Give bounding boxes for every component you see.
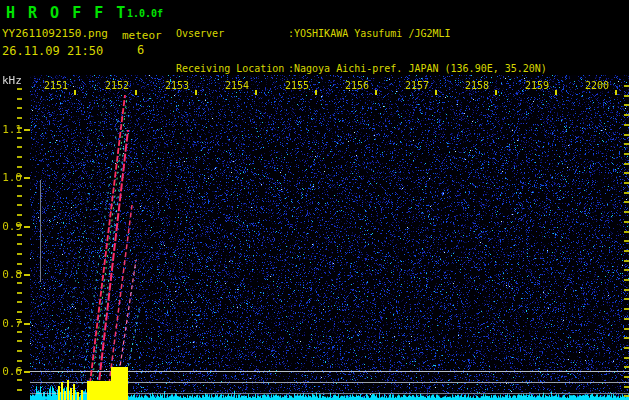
tick-dash	[24, 274, 30, 276]
info-label: Ovserver	[176, 28, 288, 40]
hrofft-screen: H R O F F T 1.0.0f YY2611092150.png mete…	[0, 0, 629, 400]
tick-dash	[24, 129, 30, 131]
time-tick-label: 2154	[221, 80, 253, 91]
tick-dash	[24, 177, 30, 179]
tick-dash	[24, 226, 30, 228]
freq-tick-label: 0.8	[0, 269, 22, 281]
info-value: :YOSHIKAWA Yasufumi /JG2MLI	[288, 28, 451, 39]
time-tick-label: 2200	[581, 80, 613, 91]
tick-mark	[615, 90, 617, 95]
echo-trace	[67, 170, 102, 400]
tick-dash	[24, 371, 30, 373]
tick-mark	[435, 90, 437, 95]
observation-datetime: 26.11.09 21:50	[2, 44, 103, 58]
app-version: 1.0.0f	[127, 8, 163, 19]
echo-trace	[122, 305, 140, 400]
freq-minor-ticks-right	[624, 85, 629, 397]
info-value: :Nagoya Aichi-pref. JAPAN (136.90E, 35.2…	[288, 63, 547, 74]
echo-trace	[88, 95, 125, 400]
tick-mark	[195, 90, 197, 95]
echo-traces-layer	[30, 75, 629, 400]
time-axis: 2151 2152 2153 2154 2155 2156 2157 2158 …	[30, 80, 629, 100]
tick-mark	[375, 90, 377, 95]
tick-mark	[555, 90, 557, 95]
echo-trace	[95, 128, 126, 400]
info-row-location: Receiving Location:Nagoya Aichi-pref. JA…	[176, 63, 547, 75]
freq-tick-label: 1.1	[0, 124, 22, 136]
tick-mark	[315, 90, 317, 95]
freq-tick-label: 0.7	[0, 318, 22, 330]
echo-trace	[46, 113, 92, 400]
info-row-observer: Ovserver:YOSHIKAWA Yasufumi /JG2MLI	[176, 28, 547, 40]
tick-mark	[495, 90, 497, 95]
time-tick-label: 2157	[401, 80, 433, 91]
tick-mark	[74, 90, 76, 95]
output-filename: YY2611092150.png	[2, 27, 108, 40]
info-label: Receiving Location	[176, 63, 288, 75]
time-tick-label: 2156	[341, 80, 373, 91]
time-tick-label: 2159	[521, 80, 553, 91]
freq-axis: 1.1 1.0 0.9 0.8 0.7 0.6	[0, 75, 32, 400]
time-tick-label: 2158	[461, 80, 493, 91]
tick-dash	[24, 323, 30, 325]
freq-tick-label: 1.0	[0, 172, 22, 184]
meteor-count: 6	[137, 43, 144, 57]
freq-tick-label: 0.6	[0, 366, 22, 378]
time-tick-label: 2153	[161, 80, 193, 91]
time-tick-label: 2155	[281, 80, 313, 91]
mode-label: meteor	[122, 29, 162, 42]
app-title: H R O F F T	[6, 4, 127, 22]
tick-mark	[135, 90, 137, 95]
echo-trace	[57, 93, 105, 400]
freq-tick-label: 0.9	[0, 221, 22, 233]
time-tick-label: 2152	[101, 80, 133, 91]
time-tick-label: 2151	[40, 80, 72, 91]
tick-mark	[255, 90, 257, 95]
